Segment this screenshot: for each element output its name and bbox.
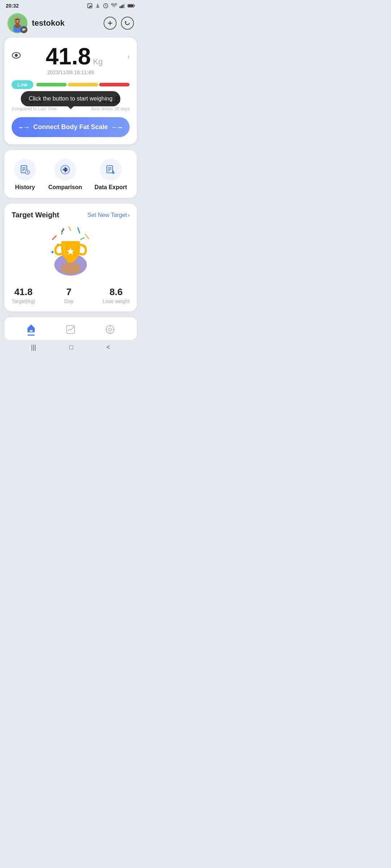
target-kg-label: Target(Kg) bbox=[12, 298, 35, 304]
android-menu-button[interactable]: ||| bbox=[31, 344, 36, 351]
android-nav: ||| □ < bbox=[0, 340, 141, 356]
set-new-target-button[interactable]: Set New Target › bbox=[88, 212, 130, 218]
svg-rect-23 bbox=[22, 170, 24, 171]
weight-unit: Kg bbox=[93, 57, 103, 67]
weight-header: 41.8 Kg › bbox=[12, 45, 130, 68]
svg-point-12 bbox=[15, 20, 20, 25]
comparison-label: Comparison bbox=[48, 184, 82, 191]
trophy-svg bbox=[42, 225, 100, 279]
weight-value: 41.8 Kg bbox=[21, 45, 127, 68]
svg-point-37 bbox=[51, 251, 54, 253]
gallery-icon bbox=[87, 3, 93, 9]
header: testokok bbox=[0, 10, 141, 38]
weight-number: 41.8 bbox=[46, 45, 91, 68]
connect-arrow-left-icon: –→ bbox=[19, 123, 30, 131]
svg-rect-44 bbox=[30, 330, 33, 332]
progress-red bbox=[99, 83, 130, 86]
trophy-illustration bbox=[12, 225, 130, 279]
low-badge: Low bbox=[12, 80, 33, 89]
svg-rect-28 bbox=[108, 169, 112, 170]
svg-line-34 bbox=[69, 227, 71, 230]
history-label: History bbox=[15, 184, 35, 191]
comparison-icon-wrap bbox=[54, 159, 76, 180]
username: testokok bbox=[32, 18, 104, 28]
svg-point-15 bbox=[16, 21, 17, 22]
status-bar: 20:32 bbox=[0, 0, 141, 10]
svg-line-33 bbox=[85, 234, 89, 239]
connect-arrow-right-icon: ←– bbox=[111, 123, 122, 131]
svg-point-19 bbox=[15, 54, 17, 56]
download-icon bbox=[95, 3, 101, 9]
battery-icon bbox=[127, 4, 135, 8]
progress-bar bbox=[36, 83, 130, 86]
data-export-icon-wrap bbox=[100, 159, 122, 180]
svg-rect-5 bbox=[122, 5, 123, 8]
settings-nav-icon bbox=[105, 324, 115, 335]
history-icon-wrap bbox=[14, 159, 36, 180]
data-export-label: Data Export bbox=[94, 184, 127, 191]
svg-point-16 bbox=[18, 21, 20, 22]
data-export-icon bbox=[105, 164, 116, 175]
svg-line-32 bbox=[52, 236, 56, 239]
tooltip: Click the button to start weighing bbox=[21, 91, 120, 106]
target-header: Target Weight Set New Target › bbox=[12, 211, 130, 219]
svg-point-43 bbox=[60, 263, 81, 274]
lose-weight-stat: 8.6 Lose weight bbox=[102, 286, 130, 304]
svg-rect-3 bbox=[119, 7, 121, 8]
compared-label: Compared to Last Time bbox=[12, 106, 57, 111]
target-title: Target Weight bbox=[12, 211, 59, 219]
nav-home[interactable] bbox=[20, 322, 42, 337]
android-home-button[interactable]: □ bbox=[69, 344, 73, 351]
data-export-button[interactable]: Data Export bbox=[94, 159, 127, 191]
svg-point-47 bbox=[109, 328, 112, 331]
signal-icon bbox=[119, 3, 125, 8]
best-label: Best Within 30 days bbox=[91, 106, 130, 111]
progress-label-row: Low bbox=[12, 80, 130, 89]
svg-rect-8 bbox=[128, 5, 133, 7]
avatar[interactable] bbox=[7, 13, 28, 33]
connect-button[interactable]: –→ Connect Body Fat Scale ←– bbox=[12, 117, 130, 137]
progress-section: Low bbox=[12, 80, 130, 89]
weight-detail-chevron[interactable]: › bbox=[127, 53, 130, 60]
connect-label: Connect Body Fat Scale bbox=[33, 123, 108, 131]
day-stat: 7 Day bbox=[64, 286, 73, 304]
nav-settings[interactable] bbox=[99, 323, 121, 336]
eye-icon[interactable] bbox=[12, 52, 21, 61]
history-button[interactable]: History bbox=[14, 159, 36, 191]
history-icon bbox=[20, 164, 30, 175]
progress-green bbox=[36, 83, 67, 86]
lose-weight-label: Lose weight bbox=[102, 298, 130, 304]
add-button[interactable] bbox=[104, 17, 117, 30]
svg-rect-21 bbox=[22, 167, 26, 168]
home-nav-icon bbox=[26, 323, 36, 333]
progress-yellow bbox=[68, 83, 98, 86]
nav-stats[interactable] bbox=[60, 323, 81, 336]
svg-point-1 bbox=[89, 5, 89, 5]
android-back-button[interactable]: < bbox=[106, 344, 110, 351]
status-icons bbox=[87, 3, 135, 9]
target-stats: 41.8 Target(Kg) 7 Day 8.6 Lose weight bbox=[12, 286, 130, 304]
svg-rect-22 bbox=[22, 169, 26, 170]
target-weight-section: Target Weight Set New Target › bbox=[4, 204, 137, 311]
bottom-nav bbox=[4, 317, 137, 340]
nav-active-dot bbox=[28, 335, 35, 336]
avatar-badge bbox=[20, 26, 28, 33]
clock-icon bbox=[103, 3, 109, 9]
svg-rect-9 bbox=[134, 5, 135, 6]
lose-weight-value: 8.6 bbox=[102, 286, 130, 298]
header-actions bbox=[104, 17, 134, 30]
weight-date: 2023/11/08 16:11:49 bbox=[12, 69, 130, 75]
svg-point-17 bbox=[15, 25, 20, 28]
comparison-icon bbox=[60, 164, 71, 175]
svg-rect-6 bbox=[124, 4, 125, 8]
refresh-button[interactable] bbox=[121, 17, 134, 30]
comparison-button[interactable]: Comparison bbox=[48, 159, 82, 191]
stats-row: -1.9 Compared to Last Time Click the but… bbox=[12, 94, 130, 111]
main-card: 41.8 Kg › 2023/11/08 16:11:49 Low -1.9 C… bbox=[4, 38, 137, 144]
svg-line-31 bbox=[78, 228, 80, 233]
svg-line-39 bbox=[81, 238, 84, 239]
day-label: Day bbox=[64, 298, 73, 304]
target-kg-value: 41.8 bbox=[12, 286, 35, 298]
wifi-icon bbox=[111, 3, 117, 8]
status-time: 20:32 bbox=[6, 3, 19, 9]
